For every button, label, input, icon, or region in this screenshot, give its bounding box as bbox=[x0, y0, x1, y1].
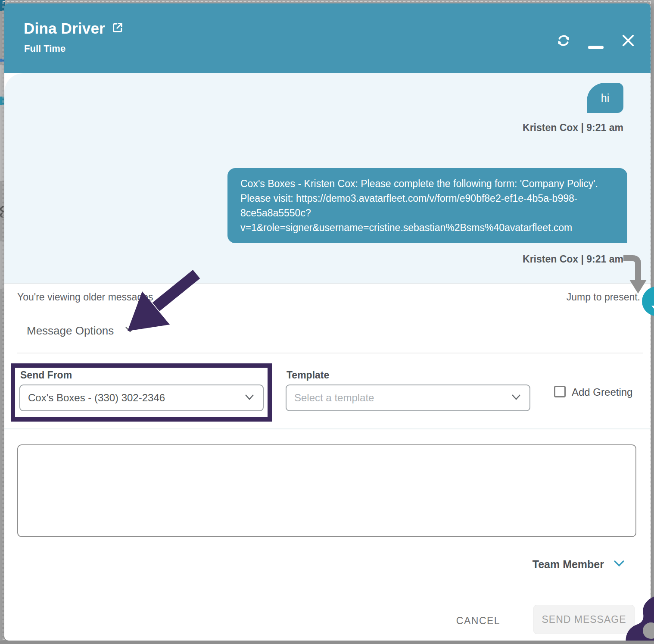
add-greeting-label: Add Greeting bbox=[572, 386, 632, 398]
older-messages-band: You're viewing older messages Jump to pr… bbox=[4, 283, 651, 311]
dialog-subtitle: Full Time bbox=[24, 43, 65, 54]
template-placeholder: Select a template bbox=[294, 392, 374, 404]
message-meta: Kristen Cox | 9:21 am bbox=[523, 122, 623, 134]
chat-message-bubble: Cox's Boxes - Kristen Cox: Please comple… bbox=[227, 168, 627, 243]
older-messages-notice: You're viewing older messages bbox=[17, 291, 153, 303]
jump-to-present-link[interactable]: Jump to present. bbox=[567, 291, 640, 303]
divider bbox=[4, 428, 651, 429]
close-button[interactable] bbox=[617, 29, 639, 52]
bottom-bar bbox=[0, 641, 654, 644]
send-from-value: Cox's Boxes - (330) 302-2346 bbox=[28, 392, 165, 404]
add-greeting-checkbox[interactable] bbox=[554, 386, 566, 397]
cancel-button[interactable]: CANCEL bbox=[450, 612, 506, 629]
screen: Dina Driver Full Time hi bbox=[0, 0, 654, 644]
dialog-header: Dina Driver Full Time bbox=[4, 3, 651, 73]
message-meta: Kristen Cox | 9:21 am bbox=[523, 253, 623, 265]
send-message-button[interactable]: SEND MESSAGE bbox=[533, 605, 635, 634]
team-member-label: Team Member bbox=[533, 558, 604, 571]
message-options-toggle[interactable]: Message Options bbox=[27, 324, 137, 338]
dialog-title: Dina Driver bbox=[24, 20, 105, 37]
arrow-down-icon bbox=[651, 306, 654, 311]
chevron-down-icon bbox=[244, 392, 255, 404]
chat-history: hi Kristen Cox | 9:21 am Cox's Boxes - K… bbox=[4, 73, 651, 283]
send-from-select[interactable]: Cox's Boxes - (330) 302-2346 bbox=[19, 385, 264, 411]
chevron-down-icon bbox=[613, 559, 626, 570]
template-label: Template bbox=[287, 369, 329, 381]
chevron-down-icon bbox=[511, 392, 522, 404]
minimize-button[interactable] bbox=[588, 46, 604, 49]
chevron-down-icon bbox=[123, 324, 137, 338]
message-dialog: Dina Driver Full Time hi bbox=[4, 3, 651, 641]
refresh-button[interactable] bbox=[552, 29, 575, 52]
message-options-label: Message Options bbox=[27, 324, 114, 338]
message-input[interactable] bbox=[17, 444, 636, 537]
divider bbox=[17, 353, 643, 353]
template-select[interactable]: Select a template bbox=[286, 385, 530, 411]
team-member-toggle[interactable]: Team Member bbox=[533, 558, 626, 571]
chat-message-bubble: hi bbox=[587, 83, 623, 113]
open-in-new-icon[interactable] bbox=[111, 21, 124, 36]
send-from-label: Send From bbox=[20, 369, 72, 381]
